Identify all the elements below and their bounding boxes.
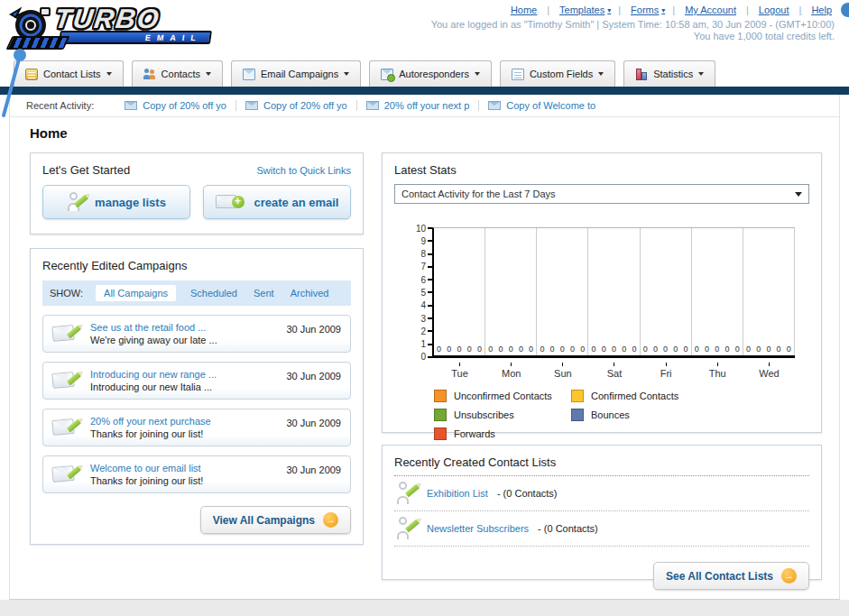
bar-value-label: 0 <box>488 345 493 354</box>
contact-list-count: - (0 Contacts) <box>497 488 558 499</box>
campaign-filter-tab[interactable]: Archived <box>289 285 331 301</box>
bar-value-label: 0 <box>560 345 565 354</box>
campaign-title-link[interactable]: Welcome to our email list <box>90 463 277 473</box>
campaign-row[interactable]: Introducing our new range ... Introducin… <box>42 362 351 400</box>
nav-tab-label: Contact Lists <box>43 69 101 79</box>
recent-activity-item[interactable]: Copy of 20% off yo <box>115 100 235 111</box>
recent-activity-bar: Recent Activity: Copy of 20% off yo Copy… <box>10 95 839 117</box>
header-link-label: Templates <box>559 5 604 15</box>
header-link[interactable]: Help <box>792 5 835 15</box>
campaign-filter-tab[interactable]: Sent <box>252 285 276 301</box>
bar-value-label: 0 <box>592 345 596 354</box>
legend-item: Bounces <box>571 409 708 421</box>
legend-label: Forwards <box>454 428 495 439</box>
view-all-campaigns-button[interactable]: View All Campaigns → <box>200 506 351 534</box>
campaign-row[interactable]: 20% off your next purchase Thanks for jo… <box>42 409 351 446</box>
contact-list-name-link[interactable]: Exhibition List <box>427 488 488 499</box>
help-bubble-icon[interactable] <box>841 3 849 17</box>
nav-tab-label: Contacts <box>161 69 200 79</box>
campaign-row[interactable]: Welcome to our email list Thanks for joi… <box>42 455 351 493</box>
y-axis-tick: 10 <box>407 224 432 233</box>
chevron-down-icon <box>206 72 211 76</box>
envelope-icon <box>125 101 137 110</box>
main-nav: Contact Lists Contacts Email Campaigns A… <box>14 60 849 87</box>
chart-day-column: 00000 <box>743 228 795 355</box>
page-title: Home <box>30 125 839 141</box>
campaigns-filter-bar: SHOW: All Campaigns Scheduled Sent Archi… <box>42 280 351 306</box>
bar-value-label: 0 <box>787 345 791 354</box>
nav-divider-bar <box>0 87 849 95</box>
bar-value-label: 0 <box>477 345 482 354</box>
bar-value-label: 0 <box>602 345 606 354</box>
nav-tab[interactable]: Autoresponders <box>369 60 492 87</box>
main-columns: Let's Get Started Switch to Quick Links … <box>10 141 839 580</box>
recent-activity-item[interactable]: Copy of Welcome to <box>478 100 604 111</box>
campaign-row[interactable]: See us at the retail food ... We're givi… <box>42 315 351 353</box>
nav-tab[interactable]: Custom Fields <box>500 60 615 87</box>
manage-lists-button[interactable]: manage lists <box>42 185 190 219</box>
credits-info: You have 1,000 total credits left. <box>694 31 835 41</box>
bar-value-label: 0 <box>498 345 503 354</box>
chevron-down-icon <box>795 192 802 197</box>
person-pencil-icon <box>396 517 418 540</box>
header-link[interactable]: Forms ▾ <box>611 5 665 15</box>
contact-list-name-link[interactable]: Newsletter Subscribers <box>427 523 529 534</box>
bar-value-label: 0 <box>612 345 616 354</box>
contact-list-row[interactable]: Newsletter Subscribers - (0 Contacts) <box>394 511 809 547</box>
legend-label: Unconfirmed Contacts <box>454 391 552 401</box>
campaign-filter-tab[interactable]: Scheduled <box>189 285 239 301</box>
bar-value-label: 0 <box>437 345 441 354</box>
contact-list-count: - (0 Contacts) <box>538 523 598 534</box>
nav-tab[interactable]: Contacts <box>132 60 223 87</box>
x-axis-label: Sun <box>537 363 588 379</box>
bar-value-label: 0 <box>756 345 761 354</box>
y-axis-tick: 0 <box>407 353 432 362</box>
contact-lists-title: Recently Created Contact Lists <box>394 455 809 476</box>
campaign-filter-tab[interactable]: All Campaigns <box>96 285 176 301</box>
create-email-button[interactable]: + create an email <box>203 185 351 219</box>
campaign-date: 30 Jun 2009 <box>286 418 341 428</box>
see-all-contact-lists-button[interactable]: See All Contact Lists → <box>653 562 809 590</box>
header-link[interactable]: My Account <box>665 5 739 15</box>
header-link-label: Logout <box>759 5 789 15</box>
campaign-title-link[interactable]: See us at the retail food ... <box>90 322 277 333</box>
recent-activity-item[interactable]: Copy of 20% off yo <box>235 100 356 111</box>
legend-label: Unsubscribes <box>454 409 514 420</box>
campaign-date: 30 Jun 2009 <box>286 371 341 382</box>
y-axis-tick: 3 <box>407 314 432 323</box>
x-axis-label: Wed <box>743 363 795 379</box>
recent-activity-item[interactable]: 20% off your next p <box>356 100 479 111</box>
header-link-label: My Account <box>685 5 736 15</box>
chart-day-column: 00000 <box>434 228 485 355</box>
recent-activity-item-label: 20% off your next p <box>384 100 470 111</box>
y-axis-tick: 4 <box>407 301 432 310</box>
nav-tab[interactable]: Statistics <box>623 60 715 87</box>
stats-period-select[interactable]: Contact Activity for the Last 7 Days <box>394 184 809 204</box>
y-axis-tick: 9 <box>407 236 432 245</box>
switch-quick-links-link[interactable]: Switch to Quick Links <box>256 165 351 176</box>
legend-item: Unconfirmed Contacts <box>434 390 571 402</box>
header-link[interactable]: Logout <box>739 5 792 15</box>
campaign-title-link[interactable]: 20% off your next purchase <box>90 416 277 427</box>
campaign-date: 30 Jun 2009 <box>286 324 341 335</box>
y-axis-tick: 2 <box>407 326 432 336</box>
header-link-label: Home <box>511 5 537 15</box>
bar-value-label: 0 <box>705 345 709 354</box>
contact-list-row[interactable]: Exhibition List - (0 Contacts) <box>394 476 809 511</box>
bar-value-label: 0 <box>467 345 472 354</box>
logo-subtitle: EMAIL <box>144 33 202 42</box>
nav-tab-icon <box>243 69 255 80</box>
bar-value-label: 0 <box>540 345 544 354</box>
header-link[interactable]: Home <box>511 5 540 15</box>
header-link[interactable]: Templates ▾ <box>540 5 611 15</box>
x-axis-label: Thu <box>692 363 743 379</box>
latest-stats-title: Latest Stats <box>394 163 809 177</box>
bar-value-label: 0 <box>695 345 699 354</box>
chevron-down-icon <box>344 72 349 76</box>
nav-tab[interactable]: Email Campaigns <box>231 60 361 87</box>
bar-value-label: 0 <box>570 345 575 354</box>
y-axis-tick: 5 <box>407 288 432 297</box>
header-links: Home Templates ▾ Forms ▾ My Account Logo… <box>511 5 835 15</box>
bar-value-label: 0 <box>663 345 668 354</box>
campaign-title-link[interactable]: Introducing our new range ... <box>90 369 277 380</box>
